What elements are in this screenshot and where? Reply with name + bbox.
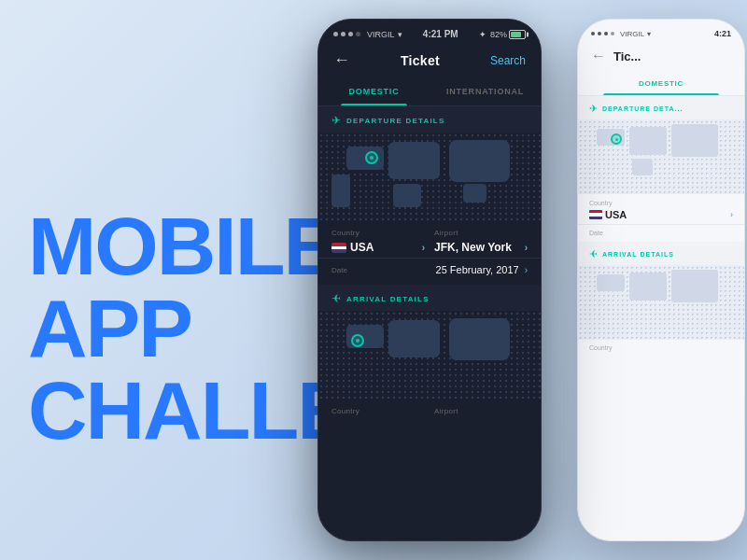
departure-section: ✈ DEPARTURE DETAILS Country (318, 106, 541, 283)
arrival-map (318, 311, 541, 399)
arrival-airport-field[interactable]: Airport (434, 407, 528, 419)
partial-country-value: USA › (589, 209, 733, 220)
partial-arrival-cont-2 (629, 273, 667, 301)
partial-map-pin (611, 133, 622, 145)
partial-departure-header: ✈ DEPARTURE DETA... (578, 96, 744, 119)
date-chevron-icon: › (525, 265, 528, 275)
carrier-label: VIRGIL (367, 30, 395, 39)
airport-chevron-icon: › (525, 243, 528, 253)
departure-title: DEPARTURE DETAILS (346, 117, 444, 125)
status-left: VIRGIL ▾ (333, 30, 402, 39)
main-phone: VIRGIL ▾ 4:21 PM ✦ 82% ← Ticket Search (317, 19, 542, 541)
airport-value: JFK, New York › (434, 241, 528, 254)
arrival-title: ARRIVAL DETAILS (346, 295, 430, 303)
partial-arrival-icon: ✈ (589, 248, 598, 260)
partial-arrival-cont-3 (671, 270, 718, 302)
partial-wifi-icon: ▾ (647, 30, 651, 38)
status-right: ✦ 82% (479, 30, 526, 39)
map-continent-australia (463, 184, 486, 203)
partial-arrival-country-row: Country (578, 340, 744, 354)
partial-screen-title: Tic... (613, 49, 641, 63)
signal-dot-1 (333, 32, 338, 36)
partial-nav: ← Tic... (578, 44, 744, 72)
partial-back-button[interactable]: ← (591, 48, 606, 64)
country-chevron-icon: › (422, 243, 425, 253)
arrival-cont-3 (449, 318, 510, 360)
country-label: Country (331, 229, 425, 237)
partial-cont-4 (632, 159, 653, 175)
departure-map (318, 133, 541, 221)
usa-flag-icon (331, 243, 346, 253)
partial-usa-flag (589, 210, 602, 219)
date-row[interactable]: Date 25 February, 2017 › (318, 258, 541, 283)
partial-country-chevron: › (730, 210, 733, 219)
partial-tab-domestic[interactable]: DOMESTIC (578, 72, 744, 95)
screen-title: Ticket (401, 53, 440, 68)
map-continent-south-america (331, 175, 350, 207)
partial-arrival-title: ARRIVAL DETAILS (602, 251, 674, 258)
partial-arrival-country-label: Country (589, 344, 733, 351)
battery-fill (511, 32, 521, 37)
map-continent-south-africa (393, 184, 421, 207)
partial-arrival-header: ✈ ARRIVAL DETAILS (578, 242, 744, 265)
partial-status-left: VIRGIL ▾ (591, 30, 651, 38)
partial-tab-bar: DOMESTIC (578, 72, 744, 96)
signal-dot-2 (341, 32, 345, 36)
arrival-fields: Country Airport (318, 399, 541, 423)
partial-arrival-map (578, 265, 744, 340)
arrival-header: ✈ ARRIVAL DETAILS (318, 285, 541, 311)
arrival-map-pin (351, 334, 364, 347)
partial-date-row: Date (578, 224, 744, 242)
nav-bar: ← Ticket Search (318, 45, 541, 77)
departure-header: ✈ DEPARTURE DETAILS (318, 106, 541, 133)
arrival-section: ✈ ARRIVAL DETAILS Country (318, 285, 541, 423)
tab-bar: DOMESTIC INTERNATIONAL (318, 77, 541, 106)
battery-percentage: 82% (490, 30, 507, 39)
tab-domestic[interactable]: DOMESTIC (318, 77, 430, 105)
signal-dot-4 (356, 32, 360, 36)
partial-country-field[interactable]: Country USA › (589, 200, 733, 220)
wifi-icon: ▾ (398, 30, 402, 39)
partial-phone: VIRGIL ▾ 4:21 ← Tic... DOMESTIC ✈ DEPART… (577, 19, 745, 541)
country-field[interactable]: Country USA › (331, 229, 425, 254)
partial-carrier: VIRGIL (620, 30, 644, 38)
bluetooth-icon: ✦ (479, 30, 486, 39)
partial-cont-2 (629, 127, 667, 155)
partial-time: 4:21 (714, 29, 731, 38)
airport-label: Airport (434, 229, 528, 237)
departure-map-pin (365, 151, 378, 164)
partial-arrival-cont-1 (597, 274, 625, 291)
signal-dots (333, 32, 360, 36)
partial-date-label: Date (589, 230, 603, 236)
country-value: USA › (331, 241, 425, 254)
tab-international[interactable]: INTERNATIONAL (430, 77, 541, 105)
battery-icon (509, 30, 526, 39)
partial-departure-map (578, 119, 744, 194)
partial-departure-title: DEPARTURE DETA... (602, 105, 683, 112)
map-continent-asia (449, 140, 510, 182)
partial-country-row: Country USA › (578, 194, 744, 224)
partial-country-label: Country (589, 200, 733, 206)
airport-field[interactable]: Airport JFK, New York › (434, 229, 528, 254)
arrival-country-label: Country (331, 407, 425, 415)
departure-plane-icon: ✈ (331, 114, 341, 127)
arrival-plane-icon: ✈ (331, 292, 341, 305)
map-continent-europe-africa (388, 142, 440, 179)
partial-phone-frame: VIRGIL ▾ 4:21 ← Tic... DOMESTIC ✈ DEPART… (577, 19, 745, 541)
main-phone-frame: VIRGIL ▾ 4:21 PM ✦ 82% ← Ticket Search (317, 19, 542, 541)
status-bar: VIRGIL ▾ 4:21 PM ✦ 82% (318, 20, 541, 45)
signal-dot-3 (348, 32, 353, 36)
partial-departure-icon: ✈ (589, 103, 598, 115)
time-display: 4:21 PM (423, 29, 458, 39)
date-value: 25 February, 2017 › (436, 264, 528, 275)
battery-container: 82% (490, 30, 526, 39)
date-label: Date (331, 266, 347, 274)
back-button[interactable]: ← (333, 50, 350, 70)
partial-status-bar: VIRGIL ▾ 4:21 (578, 20, 744, 44)
search-button[interactable]: Search (490, 54, 526, 67)
partial-cont-3 (671, 124, 718, 157)
departure-fields: Country USA › Airport JFK, New York › (318, 221, 541, 258)
arrival-country-field[interactable]: Country (331, 407, 425, 419)
arrival-airport-label: Airport (434, 407, 528, 415)
arrival-cont-2 (388, 320, 440, 357)
